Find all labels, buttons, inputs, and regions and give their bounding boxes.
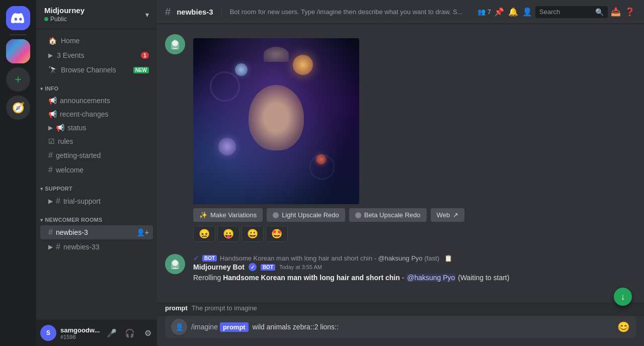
emoji-picker-icon[interactable]: 😊: [617, 321, 630, 333]
server-header-chevron: ▾: [145, 11, 149, 19]
server-divider: [10, 34, 26, 35]
status-dot: [44, 17, 48, 21]
channel-getting-started[interactable]: # getting-started: [40, 148, 153, 162]
message-input[interactable]: [253, 323, 617, 331]
member-count: 👥 7: [477, 6, 491, 18]
channel-status[interactable]: ▶ 📢 status: [40, 121, 153, 134]
nav-events[interactable]: ▶ 3 Events 1: [40, 48, 153, 62]
action-buttons: ✨ Make Variations Light Upscale Redo Bet…: [193, 208, 636, 222]
make-variations-icon: ✨: [199, 211, 207, 219]
nav-events-label: 3 Events: [57, 51, 84, 59]
channel-newbies-3-label: newbies-3: [56, 228, 88, 236]
pin-icon[interactable]: 📌: [493, 6, 505, 18]
web-button[interactable]: Web ↗: [431, 208, 465, 222]
channel-sidebar: Midjourney Public ▾ 🏠 Home ▶ 3 Events 1 …: [36, 0, 157, 346]
channel-announcements-label: announcements: [60, 97, 110, 105]
channel-recent-changes[interactable]: 📢 recent-changes: [40, 108, 153, 121]
bot-avatar-2: [165, 254, 185, 274]
channel-welcome[interactable]: # welcome: [40, 163, 153, 177]
beta-upscale-label: Beta Upscale Redo: [364, 211, 421, 219]
msg2-author: Midjourney Bot: [193, 263, 245, 271]
members-list-icon[interactable]: 👤: [521, 6, 533, 18]
input-tag: prompt: [220, 322, 249, 332]
emoji-btn-3[interactable]: 😀: [242, 226, 264, 242]
channel-list: 🏠 Home ▶ 3 Events 1 🔭 Browse Channels NE…: [36, 29, 157, 320]
notification-icon[interactable]: 🔔: [507, 6, 519, 18]
make-variations-button[interactable]: ✨ Make Variations: [193, 208, 263, 222]
channel-newbies-3[interactable]: # newbies-3 👤+: [40, 225, 153, 239]
bot-avatar-1: [165, 34, 185, 54]
category-newcomer-arrow: ▾: [40, 217, 43, 223]
channel-trial-support[interactable]: ▶ # trial-support: [40, 194, 153, 208]
channel-getting-started-label: getting-started: [56, 151, 101, 159]
channel-newbies-33-label: newbies-33: [63, 243, 100, 251]
header-extra-icon: 📋: [444, 254, 452, 262]
input-area: 👤 /imagine prompt 😊: [157, 316, 644, 346]
server-name: Midjourney: [44, 6, 85, 15]
category-info-arrow: ▾: [40, 86, 43, 92]
input-command: /imagine: [191, 323, 218, 331]
nav-home-label: Home: [61, 37, 79, 45]
newbies33-expand: ▶: [48, 243, 53, 250]
emoji-btn-2[interactable]: 😛: [217, 226, 239, 242]
scroll-btn-icon[interactable]: ↓: [614, 288, 632, 306]
search-placeholder: Search: [539, 8, 560, 16]
msg2-header: ✓ BOT Handsome Korean man with long hair…: [193, 254, 636, 262]
category-info[interactable]: ▾ INFO: [36, 77, 157, 94]
channel-recent-changes-label: recent-changes: [60, 110, 109, 118]
nav-home[interactable]: 🏠 Home: [40, 34, 153, 48]
trial-support-hash: #: [56, 197, 60, 206]
emoji-btn-1[interactable]: 😖: [193, 226, 215, 242]
prompt-bar: prompt The prompt to imagine: [157, 302, 644, 316]
server-status-label: Public: [50, 16, 67, 23]
channel-rules[interactable]: ☑ rules: [40, 135, 153, 148]
server-icon-midjourney[interactable]: [6, 39, 30, 63]
nav-browse-label: Browse Channels: [61, 66, 116, 74]
help-icon[interactable]: ❓: [624, 6, 636, 18]
scroll-to-bottom[interactable]: ↓: [614, 288, 632, 306]
beta-upscale-redo-button[interactable]: Beta Upscale Redo: [349, 208, 427, 222]
channel-newbies-33[interactable]: ▶ # newbies-33: [40, 240, 153, 254]
inbox-icon[interactable]: 📥: [610, 6, 622, 18]
reroll-bold: Handsome Korean man with long hair and s…: [223, 274, 400, 282]
nav-browse[interactable]: 🔭 Browse Channels NEW: [40, 63, 153, 77]
verified-icon: ✓: [193, 254, 199, 262]
reroll-dash: -: [402, 274, 407, 282]
emoji-btn-4[interactable]: 🤩: [266, 226, 288, 242]
svg-point-1: [172, 40, 178, 46]
blue-check: ✓: [193, 254, 199, 262]
headphones-button[interactable]: 🎧: [122, 325, 138, 341]
input-user-avatar: 👤: [171, 319, 187, 335]
light-upscale-icon: [273, 212, 279, 218]
main-content: # newbies-3 Bot room for new users. Type…: [157, 0, 644, 346]
server-header[interactable]: Midjourney Public ▾: [36, 0, 157, 29]
messages-area: ✨ Make Variations Light Upscale Redo Bet…: [157, 24, 644, 302]
make-variations-label: Make Variations: [210, 211, 257, 219]
reroll-mention[interactable]: @haksung Pyo: [406, 274, 456, 282]
user-discriminator: #1598: [60, 334, 100, 340]
user-area: S samgoodw... #1598 🎤 🎧 ⚙: [36, 320, 157, 346]
category-support-arrow: ▾: [40, 186, 43, 192]
user-avatar: S: [40, 325, 56, 341]
mic-button[interactable]: 🎤: [104, 325, 120, 341]
user-controls: 🎤 🎧 ⚙: [104, 325, 156, 341]
newbies-3-hash: #: [48, 228, 53, 237]
browse-icon: 🔭: [48, 66, 57, 74]
category-newcomer[interactable]: ▾ NEWCOMER ROOMS: [36, 209, 157, 225]
member-count-num: 7: [488, 8, 491, 16]
trial-expand-arrow: ▶: [48, 198, 53, 205]
discover-servers-button[interactable]: 🧭: [6, 96, 30, 120]
bot-badge-1: BOT: [202, 255, 217, 262]
channel-welcome-label: welcome: [56, 166, 84, 174]
light-upscale-redo-button[interactable]: Light Upscale Redo: [267, 208, 345, 222]
search-bar[interactable]: Search 🔍: [535, 6, 608, 18]
add-member-icon[interactable]: 👤+: [136, 228, 149, 236]
topbar-channel-name: newbies-3: [177, 8, 213, 16]
welcome-hash: #: [48, 165, 53, 175]
add-server-button[interactable]: +: [6, 67, 30, 92]
category-support[interactable]: ▾ SUPPORT: [36, 178, 157, 194]
channel-announcements[interactable]: 📢 announcements: [40, 94, 153, 107]
msg2-timestamp: Today at 3:55 AM: [279, 264, 322, 270]
settings-button[interactable]: ⚙: [140, 325, 156, 341]
discord-home-icon[interactable]: [6, 6, 30, 30]
